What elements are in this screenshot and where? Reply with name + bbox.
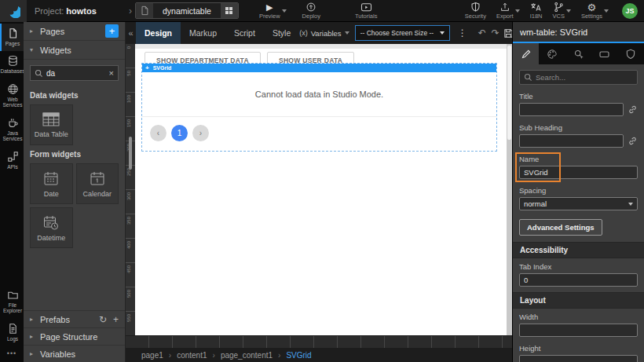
form-widgets-grid: Date Calendar Datetime (24, 162, 125, 248)
sidebar-item-pages[interactable]: Pages (0, 24, 24, 51)
height-field-input[interactable] (519, 355, 638, 362)
search-icon (524, 73, 532, 82)
ruler-mark: 450 (126, 265, 131, 273)
export-button[interactable]: Export (496, 2, 514, 20)
editor-toolbar: « Design Markup Script Style (x) Variabl… (126, 22, 512, 44)
kebab-menu-icon[interactable]: ⋮ (456, 27, 469, 38)
canvas-vertical-scrollbar[interactable] (507, 44, 512, 335)
more-options-icon[interactable]: ••• (0, 346, 24, 362)
design-canvas[interactable]: SHOW DEPARTMENT DATA SHOW USER DATA + SV… (135, 44, 507, 335)
sidebar-item-databases[interactable]: Databases (0, 51, 24, 79)
i18n-button[interactable]: I18N (530, 2, 543, 20)
tab-style[interactable]: Style (264, 22, 299, 44)
refresh-icon[interactable]: ↻ (99, 314, 107, 325)
tab-events[interactable] (565, 43, 591, 64)
property-search-input[interactable] (536, 73, 633, 82)
tab-device[interactable] (591, 43, 617, 64)
open-page-tab[interactable]: dynamictable (135, 2, 239, 19)
preview-button[interactable]: ▶ Preview (259, 2, 280, 20)
svgrid-pagination: ‹ 1 › (142, 117, 496, 151)
sidebar-item-logs[interactable]: Logs (0, 319, 24, 346)
advanced-settings-button[interactable]: Advanced Settings (519, 219, 602, 236)
breadcrumb-content1[interactable]: content1 (177, 351, 207, 360)
ruler-mark: 200 (126, 144, 131, 152)
search-icon (35, 69, 43, 78)
widget-card-date[interactable]: Date (30, 163, 73, 204)
widget-search-input[interactable] (46, 69, 106, 78)
widget-card-datetime[interactable]: Datetime (30, 207, 73, 248)
width-field-input[interactable] (519, 324, 638, 337)
tab-styles[interactable] (539, 43, 565, 64)
add-prefab-icon[interactable]: + (113, 314, 119, 325)
horizontal-ruler (126, 335, 512, 348)
wavemaker-logo[interactable] (0, 0, 27, 22)
tab-script[interactable]: Script (225, 22, 264, 44)
tab-index-input[interactable] (519, 273, 638, 287)
accessibility-section-header[interactable]: Accessibility (513, 242, 644, 258)
svgrid-selection-bar[interactable]: + SVGrid (142, 64, 496, 72)
spacing-select[interactable]: normal (519, 197, 638, 210)
chevron-right-icon: ▸ (30, 316, 35, 323)
layout-grid-icon[interactable] (221, 2, 238, 19)
tab-security[interactable] (618, 43, 644, 64)
prefabs-section-header[interactable]: ▸ Prefabs ↻ + (24, 310, 125, 327)
breadcrumb-svgrid[interactable]: SVGrid (286, 351, 311, 360)
tutorials-button[interactable]: Tutorials (355, 2, 377, 20)
widget-card-data-table[interactable]: Data Table (30, 104, 73, 145)
page-preview[interactable]: SHOW DEPARTMENT DATA SHOW USER DATA + SV… (135, 49, 507, 335)
page-structure-section-header[interactable]: ▸ Page Structure (24, 327, 125, 345)
widgets-section-header[interactable]: ▾ Widgets (24, 41, 125, 60)
deploy-button[interactable]: Deploy (302, 2, 320, 20)
screen-size-select[interactable]: -- Choose Screen Size -- (355, 25, 451, 41)
collapse-left-panel-icon[interactable]: « (126, 28, 136, 38)
pagination-prev-button[interactable]: ‹ (150, 125, 166, 141)
vcs-button[interactable]: VCS (552, 2, 564, 20)
database-icon (7, 55, 19, 67)
folder-icon (7, 289, 19, 301)
settings-button[interactable]: ⚙ Settings (581, 2, 602, 20)
pagination-page-1-button[interactable]: 1 (171, 125, 188, 141)
breadcrumb-page-content1[interactable]: page_content1 (221, 351, 273, 360)
sidebar-item-file-explorer[interactable]: File Explorer (0, 285, 24, 319)
ruler-mark: 100 (126, 95, 131, 103)
sidebar-item-java-services[interactable]: Java Services (0, 113, 24, 147)
breadcrumb-separator-icon: › (213, 351, 215, 360)
title-field-input[interactable] (519, 103, 624, 116)
add-page-button[interactable]: + (105, 24, 119, 38)
clear-search-icon[interactable]: × (109, 68, 114, 78)
editor-area: « Design Markup Script Style (x) Variabl… (126, 22, 512, 362)
subheading-field-input[interactable] (519, 134, 624, 148)
sidebar-item-web-services[interactable]: Web Services (0, 79, 24, 113)
security-button[interactable]: Security (465, 2, 486, 20)
export-caret-icon[interactable] (515, 9, 520, 13)
user-avatar[interactable]: JS (622, 3, 638, 19)
widget-card-calendar[interactable]: Calendar (76, 163, 119, 204)
pagination-next-button[interactable]: › (192, 125, 209, 141)
vcs-caret-icon[interactable] (566, 9, 571, 13)
ruler-mark: 0 (126, 46, 131, 49)
layout-section-header[interactable]: Layout (513, 292, 644, 309)
ruler-scrollbar-thumb[interactable] (129, 137, 132, 170)
tab-markup[interactable]: Markup (181, 22, 225, 44)
subheading-field-label: Sub Heading (519, 123, 638, 132)
settings-caret-icon[interactable] (604, 9, 609, 13)
redo-icon[interactable]: ↷ (488, 27, 502, 38)
variables-dropdown[interactable]: (x) Variables (299, 29, 349, 38)
preview-caret-icon[interactable] (282, 9, 287, 13)
name-field-input[interactable] (519, 166, 638, 179)
svgrid-widget[interactable]: + SVGrid Cannot load data in Studio Mode… (141, 63, 497, 152)
scrollbar-thumb[interactable] (507, 46, 511, 140)
breadcrumb-page1[interactable]: page1 (141, 351, 163, 360)
tab-properties[interactable] (513, 43, 539, 64)
log-file-icon (7, 323, 19, 335)
title-field: Title (519, 92, 638, 116)
bind-link-icon[interactable] (628, 136, 638, 146)
variables-section-header[interactable]: ▸ Variables (24, 345, 125, 362)
pages-section-header[interactable]: ▸ Pages + (24, 22, 125, 41)
sidebar-item-apis[interactable]: APIs (0, 147, 24, 174)
bind-link-icon[interactable] (628, 104, 638, 115)
canvas-area: 050100150200250300350400450500550 SHOW D… (126, 44, 512, 335)
tab-design[interactable]: Design (136, 22, 181, 44)
data-widgets-label: Data widgets (24, 86, 125, 103)
undo-icon[interactable]: ↶ (475, 27, 488, 38)
